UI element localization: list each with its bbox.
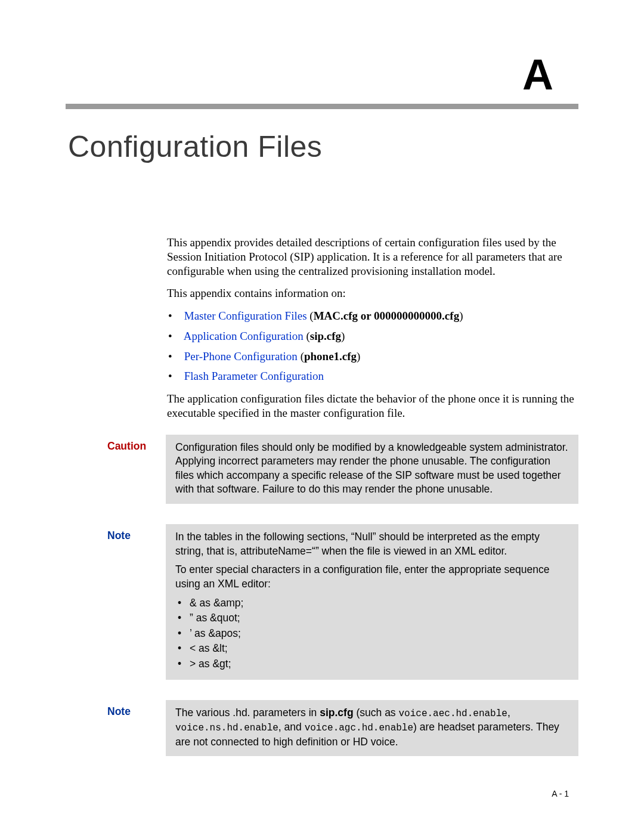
body-column: This appendix provides detailed descript…	[167, 236, 578, 420]
text: )	[459, 309, 463, 322]
toc-item: Per-Phone Configuration (phone1.cfg)	[181, 349, 578, 364]
toc-item-file: phone1.cfg	[304, 350, 357, 363]
callout-box: Configuration files should only be modif…	[166, 435, 578, 504]
text-bold: sip.cfg	[320, 707, 353, 719]
text: , and	[278, 721, 305, 733]
code-literal: voice.agc.hd.enable	[305, 723, 413, 733]
text: (such as	[354, 707, 399, 719]
body-paragraph: The application configuration files dict…	[167, 392, 578, 420]
code-literal: voice.ns.hd.enable	[175, 723, 278, 733]
callout-text: Configuration files should only be modif…	[175, 441, 569, 497]
toc-link-master-config[interactable]: Master Configuration Files	[184, 309, 307, 322]
entity-item: ” as &quot;	[190, 611, 569, 625]
toc-link-flash-param[interactable]: Flash Parameter Configuration	[184, 370, 324, 382]
callout-label-note: Note	[107, 700, 155, 757]
text: (	[304, 330, 310, 342]
callout-note: Note The various .hd. parameters in sip.…	[107, 700, 578, 757]
intro-lead-in: This appendix contains information on:	[167, 286, 578, 301]
page-title: Configuration Files	[68, 129, 578, 164]
toc-item: Master Configuration Files (MAC.cfg or 0…	[181, 309, 578, 323]
callout-label-note: Note	[107, 524, 155, 680]
callout-text: To enter special characters in a configu…	[175, 563, 569, 591]
code-literal: voice.aec.hd.enable	[398, 708, 507, 719]
callout-text: The various .hd. parameters in sip.cfg (…	[175, 706, 569, 750]
divider-rule	[66, 104, 578, 109]
callout-box: The various .hd. parameters in sip.cfg (…	[166, 700, 578, 757]
text: ,	[507, 707, 510, 719]
entity-item: > as &gt;	[190, 657, 569, 671]
text: The various .hd. parameters in	[175, 707, 320, 719]
toc-link-app-config[interactable]: Application Configuration	[184, 330, 304, 342]
text: (	[307, 309, 314, 322]
entity-list: & as &amp; ” as &quot; ’ as &apos; < as …	[190, 596, 569, 671]
toc-item: Flash Parameter Configuration	[181, 369, 578, 383]
toc-list: Master Configuration Files (MAC.cfg or 0…	[167, 309, 578, 383]
page: A Configuration Files This appendix prov…	[0, 0, 644, 833]
intro-paragraph: This appendix provides detailed descript…	[167, 236, 578, 278]
appendix-letter: A	[66, 50, 578, 99]
entity-item: ’ as &apos;	[190, 627, 569, 641]
callout-label-caution: Caution	[107, 435, 155, 504]
callout-caution: Caution Configuration files should only …	[107, 435, 578, 504]
page-number: A - 1	[552, 789, 569, 798]
text: )	[341, 330, 345, 342]
toc-item-file: MAC.cfg or 000000000000.cfg	[314, 309, 460, 322]
toc-item-file: sip.cfg	[310, 330, 341, 342]
text: (	[298, 350, 304, 363]
callout-note: Note In the tables in the following sect…	[107, 524, 578, 680]
entity-item: < as &lt;	[190, 642, 569, 656]
toc-link-per-phone-config[interactable]: Per-Phone Configuration	[184, 350, 298, 363]
text: )	[357, 350, 360, 363]
entity-item: & as &amp;	[190, 596, 569, 611]
callout-text: In the tables in the following sections,…	[175, 530, 569, 558]
toc-item: Application Configuration (sip.cfg)	[181, 329, 578, 343]
callout-box: In the tables in the following sections,…	[166, 524, 578, 680]
